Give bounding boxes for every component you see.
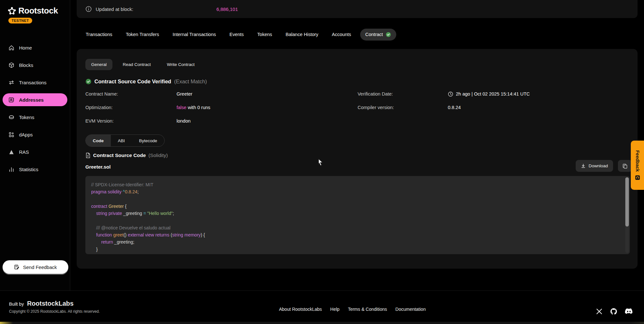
send-feedback-button[interactable]: Send Feedback [3, 260, 68, 274]
feedback-tab-label: Feedback [635, 150, 640, 172]
code-line: // SPDX-License-Identifier: MIT [91, 181, 623, 188]
address-tabs: Transactions Token Transfers Internal Tr… [81, 27, 396, 42]
sidebar-item-label: dApps [19, 132, 33, 137]
feedback-side-tab[interactable]: Feedback [631, 141, 644, 190]
optimization-runs: with 0 runs [187, 105, 210, 110]
tab-events[interactable]: Events [225, 29, 248, 40]
sidebar-item-dapps[interactable]: dApps [3, 128, 67, 141]
sidebar-item-statistics[interactable]: Statistics [3, 163, 67, 176]
blocks-icon [8, 62, 14, 68]
footer-brand-name[interactable]: RootstockLabs [27, 300, 73, 307]
ras-icon [8, 149, 14, 155]
subtab-general[interactable]: General [85, 59, 112, 70]
download-button[interactable]: Download [576, 160, 613, 172]
source-file-name: Greeter.sol [85, 164, 111, 170]
evm-version-label: EVM Version: [85, 118, 114, 124]
footer-brand-block: Built by RootstockLabs Copyright © 2025 … [9, 300, 100, 314]
sidebar-item-transactions[interactable]: Transactions [3, 76, 67, 89]
file-icon [85, 153, 91, 158]
home-icon [8, 45, 14, 51]
subtab-read-contract[interactable]: Read Contract [117, 59, 157, 70]
sidebar-item-label: Statistics [19, 167, 38, 172]
tokens-icon [8, 114, 14, 120]
source-code-title: Contract Source Code [93, 153, 146, 158]
download-icon [581, 163, 586, 168]
copyright-text: Copyright © 2025 RootstockLabs. All righ… [9, 309, 100, 314]
compiler-version-label: Compiler version: [358, 105, 394, 110]
source-code-lines: // SPDX-License-Identifier: MITpragma so… [91, 181, 623, 253]
verification-date-text: 2h ago | Oct 02 2025 15:14:41 UTC [456, 91, 530, 97]
sidebar-item-tokens[interactable]: Tokens [3, 111, 67, 124]
tab-token-transfers[interactable]: Token Transfers [121, 29, 163, 40]
rootstock-logo-icon [8, 7, 16, 15]
code-line [91, 217, 623, 224]
download-label: Download [589, 163, 608, 168]
tab-accounts[interactable]: Accounts [327, 29, 356, 40]
tab-transactions[interactable]: Transactions [81, 29, 117, 40]
x-twitter-icon[interactable] [596, 308, 603, 315]
transactions-icon [8, 79, 14, 86]
updated-at-block-value[interactable]: 6,886,101 [216, 6, 238, 12]
code-scrollbar-track[interactable] [625, 177, 629, 253]
dapps-icon [8, 132, 14, 138]
discord-icon[interactable] [625, 308, 633, 315]
feedback-tab-icon [635, 175, 640, 180]
footer-link-documentation[interactable]: Documentation [395, 307, 426, 312]
verified-check-icon [386, 32, 391, 37]
source-code-viewer[interactable]: // SPDX-License-Identifier: MITpragma so… [85, 176, 630, 254]
footer-link-about[interactable]: About RootstockLabs [279, 307, 322, 312]
sidebar-item-label: Home [19, 45, 32, 51]
brand-logo[interactable]: Rootstock [0, 0, 70, 16]
detail-row-1: Contract Name: Greeter Verification Date… [85, 90, 629, 98]
send-feedback-label: Send Feedback [23, 264, 57, 270]
github-icon[interactable] [610, 308, 618, 315]
sidebar-item-blocks[interactable]: Blocks [3, 59, 67, 71]
code-scrollbar-thumb[interactable] [625, 177, 629, 227]
optimization-flag: false [177, 105, 187, 110]
contract-name-label: Contract Name: [85, 91, 118, 97]
footer: Built by RootstockLabs Copyright © 2025 … [0, 291, 644, 322]
sidebar: Rootstock TESTNET Home Blocks Transactio… [0, 0, 70, 291]
tab-tokens[interactable]: Tokens [253, 29, 277, 40]
copy-source-button[interactable] [618, 160, 632, 172]
toggle-code[interactable]: Code [86, 135, 111, 146]
detail-row-3: EVM Version: london [85, 117, 629, 125]
tab-contract[interactable]: Contract [360, 29, 396, 41]
evm-version-value: london [177, 118, 191, 124]
footer-link-terms[interactable]: Terms & Conditions [348, 307, 387, 312]
statistics-icon [8, 166, 14, 172]
sidebar-nav: Home Blocks Transactions Addresses Token… [0, 39, 70, 178]
verification-date-label: Verification Date: [358, 91, 393, 97]
contract-subtabs: General Read Contract Write Contract [85, 59, 200, 70]
toggle-abi[interactable]: ABI [111, 135, 132, 146]
code-line [91, 196, 623, 203]
sidebar-item-home[interactable]: Home [3, 41, 67, 54]
code-view-toggle: Code ABI Bytecode [85, 134, 165, 147]
footer-link-help[interactable]: Help [330, 307, 340, 312]
built-by-label: Built by [9, 301, 24, 307]
sidebar-item-addresses[interactable]: Addresses [3, 93, 67, 106]
contract-panel: General Read Contract Write Contract Con… [77, 49, 638, 269]
subtab-write-contract[interactable]: Write Contract [161, 59, 200, 70]
verified-status-row: Contract Source Code Verified (Exact Mat… [85, 79, 207, 85]
sidebar-item-label: RAS [19, 149, 29, 155]
sidebar-item-ras[interactable]: RAS [3, 145, 67, 158]
verification-date-value: 2h ago | Oct 02 2025 15:14:41 UTC [448, 91, 530, 97]
code-line: function greet() external view returns (… [91, 231, 623, 238]
sidebar-item-label: Addresses [19, 97, 44, 103]
tab-internal-transactions[interactable]: Internal Transactions [168, 29, 221, 40]
info-icon [85, 6, 92, 12]
tab-balance-history[interactable]: Balance History [281, 29, 323, 40]
verified-title: Contract Source Code Verified [94, 79, 171, 85]
send-feedback-icon [14, 264, 20, 270]
page: Rootstock TESTNET Home Blocks Transactio… [0, 0, 644, 324]
optimization-value: false with 0 runs [177, 105, 210, 110]
footer-socials [596, 308, 633, 315]
compiler-version-value: 0.8.24 [448, 105, 461, 110]
code-line: pragma solidity ^0.8.24; [91, 188, 623, 195]
sidebar-item-label: Transactions [19, 80, 46, 85]
toggle-bytecode[interactable]: Bytecode [132, 135, 164, 146]
detail-row-2: Optimization: false with 0 runs Compiler… [85, 104, 629, 111]
copy-icon [622, 163, 628, 169]
sidebar-item-label: Tokens [19, 115, 34, 120]
